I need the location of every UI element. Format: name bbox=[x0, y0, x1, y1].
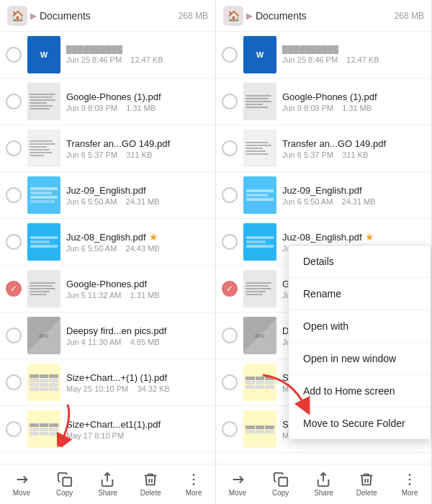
file-meta: Jun 6 5:50 AM 24.31 MB bbox=[282, 197, 426, 206]
file-info: Google-Phones (1).pdf Jun 9 8:09 PM 1.31… bbox=[282, 91, 426, 112]
list-item[interactable]: Transfer an...GO 149.pdf Jun 6 5:37 PM 3… bbox=[0, 125, 215, 172]
list-item[interactable]: W ██████████ Jun 25 8:46 PM 12.47 KB bbox=[216, 32, 431, 78]
list-item[interactable]: Size+Chart...+(1) (1).pdf May 25 10:10 P… bbox=[0, 359, 215, 406]
right-home-icon[interactable]: 🏠 bbox=[223, 6, 243, 26]
right-header: 🏠 ▶ Documents 268 MB bbox=[216, 0, 431, 32]
right-breadcrumb-arrow: ▶ bbox=[246, 11, 253, 21]
checkbox[interactable] bbox=[6, 94, 22, 109]
file-info: ██████████ Jun 25 8:46 PM 12.47 KB bbox=[66, 45, 210, 64]
context-menu-open-new-window[interactable]: Open in new window bbox=[289, 343, 431, 375]
checkbox[interactable] bbox=[6, 187, 22, 203]
file-thumb bbox=[243, 83, 276, 120]
list-item[interactable]: Juz-09_English.pdf Jun 6 5:50 AM 24.31 M… bbox=[0, 172, 215, 219]
file-info: Google-Phones.pdf Jun 5 11:32 AM 1.31 MB bbox=[66, 279, 210, 300]
file-thumb bbox=[243, 270, 276, 307]
file-name: Deepsy fird...en pics.pdf bbox=[66, 325, 210, 336]
list-item[interactable]: W ██████████ Jun 25 8:46 PM 12.47 KB bbox=[0, 32, 215, 78]
file-meta: Jun 25 8:46 PM 12.47 KB bbox=[66, 55, 210, 64]
svg-rect-4 bbox=[279, 477, 287, 486]
file-meta: Jun 4 11:30 AM 4.85 MB bbox=[66, 338, 210, 346]
svg-point-5 bbox=[409, 474, 411, 476]
file-name: Google-Phones (1).pdf bbox=[66, 91, 210, 102]
checkbox[interactable] bbox=[222, 234, 238, 250]
checkbox[interactable] bbox=[222, 421, 238, 437]
copy-button[interactable]: Copy bbox=[43, 464, 86, 504]
file-thumb bbox=[27, 270, 60, 307]
right-move-label: Move bbox=[229, 489, 246, 497]
context-menu-details[interactable]: Details bbox=[289, 246, 431, 278]
right-delete-button[interactable]: Delete bbox=[345, 464, 388, 504]
file-name: Google-Phones.pdf bbox=[66, 279, 210, 289]
file-thumb bbox=[243, 223, 276, 261]
list-item[interactable]: Transfer an...GO 149.pdf Jun 6 5:37 PM 3… bbox=[216, 125, 431, 172]
file-meta: Jun 6 5:37 PM 311 KB bbox=[282, 150, 426, 159]
left-toolbar: Move Copy Share Delete More bbox=[0, 464, 215, 504]
checkbox[interactable] bbox=[6, 281, 22, 297]
file-thumb: IMG bbox=[243, 317, 276, 354]
left-header-title: Documents bbox=[40, 10, 179, 22]
file-name: Size+Chart...+(1) (1).pdf bbox=[66, 372, 210, 383]
list-item[interactable]: Size+Chart...et1(1).pdf May 17 8:10 PM bbox=[0, 406, 215, 453]
move-label: Move bbox=[13, 489, 30, 497]
file-name: Google-Phones (1).pdf bbox=[282, 91, 426, 102]
context-menu-rename[interactable]: Rename bbox=[289, 278, 431, 310]
checkbox[interactable] bbox=[6, 140, 22, 156]
list-item[interactable]: Juz-09_English.pdf Jun 6 5:50 AM 24.31 M… bbox=[216, 172, 431, 219]
file-name: Juz-08_English.pdf ★ bbox=[282, 231, 426, 243]
right-copy-button[interactable]: Copy bbox=[259, 464, 302, 504]
list-item[interactable]: Google-Phones (1).pdf Jun 9 8:09 PM 1.31… bbox=[216, 78, 431, 125]
right-delete-label: Delete bbox=[356, 489, 377, 497]
checkbox[interactable] bbox=[6, 234, 22, 250]
file-meta: May 25 10:10 PM 34.32 KB bbox=[66, 384, 210, 393]
list-item[interactable]: Google-Phones (1).pdf Jun 9 8:09 PM 1.31… bbox=[0, 78, 215, 125]
checkbox[interactable] bbox=[222, 374, 238, 390]
more-button[interactable]: More bbox=[172, 464, 215, 504]
more-label: More bbox=[186, 489, 202, 497]
share-button[interactable]: Share bbox=[86, 464, 130, 504]
checkbox[interactable] bbox=[6, 421, 22, 437]
file-name: Juz-08_English.pdf ★ bbox=[66, 231, 210, 243]
copy-label: Copy bbox=[56, 489, 73, 497]
right-share-button[interactable]: Share bbox=[302, 464, 346, 504]
list-item[interactable]: Google-Phones.pdf Jun 5 11:32 AM 1.31 MB bbox=[0, 266, 215, 312]
file-thumb bbox=[27, 223, 60, 261]
star-icon: ★ bbox=[149, 231, 158, 243]
file-meta: Jun 9 8:09 PM 1.31 MB bbox=[282, 104, 426, 112]
file-info: Transfer an...GO 149.pdf Jun 6 5:37 PM 3… bbox=[282, 138, 426, 159]
right-more-label: More bbox=[402, 489, 418, 497]
delete-button[interactable]: Delete bbox=[129, 464, 172, 504]
red-arrow-right bbox=[256, 372, 313, 425]
list-item[interactable]: IMG Deepsy fird...en pics.pdf Jun 4 11:3… bbox=[0, 312, 215, 359]
svg-point-1 bbox=[193, 474, 195, 476]
right-header-size: 268 MB bbox=[395, 11, 424, 21]
list-item[interactable]: Juz-08_English.pdf ★ Jun 6 5:50 AM 24.43… bbox=[0, 219, 215, 266]
checkbox[interactable] bbox=[6, 328, 22, 343]
file-name: Juz-09_English.pdf bbox=[66, 185, 210, 196]
file-info: Size+Chart...+(1) (1).pdf May 25 10:10 P… bbox=[66, 372, 210, 393]
checkbox[interactable] bbox=[222, 328, 238, 343]
checkbox[interactable] bbox=[6, 47, 22, 63]
checkbox[interactable] bbox=[222, 281, 238, 297]
star-icon: ★ bbox=[365, 231, 374, 243]
file-meta: May 17 8:10 PM bbox=[66, 431, 210, 440]
file-thumb: W bbox=[243, 36, 276, 73]
file-name: Juz-09_English.pdf bbox=[282, 185, 426, 196]
right-more-button[interactable]: More bbox=[388, 464, 431, 504]
move-button[interactable]: Move bbox=[0, 464, 43, 504]
checkbox[interactable] bbox=[222, 94, 238, 109]
checkbox[interactable] bbox=[222, 187, 238, 203]
checkbox[interactable] bbox=[6, 374, 22, 390]
file-name: Size+Chart...et1(1).pdf bbox=[66, 419, 210, 430]
file-meta: Jun 6 5:50 AM 24.31 MB bbox=[66, 197, 210, 206]
left-home-icon[interactable]: 🏠 bbox=[7, 6, 27, 26]
checkbox[interactable] bbox=[222, 140, 238, 156]
file-thumb bbox=[27, 410, 60, 448]
file-info: Juz-08_English.pdf ★ Jun 6 5:50 AM 24.43… bbox=[66, 231, 210, 253]
svg-point-6 bbox=[409, 479, 411, 481]
context-menu-open-with[interactable]: Open with bbox=[289, 310, 431, 343]
file-meta: Jun 6 5:37 PM 311 KB bbox=[66, 150, 210, 159]
right-move-button[interactable]: Move bbox=[216, 464, 259, 504]
checkbox[interactable] bbox=[222, 47, 238, 63]
right-toolbar: Move Copy Share Delete More bbox=[216, 464, 431, 504]
svg-point-3 bbox=[193, 483, 195, 485]
